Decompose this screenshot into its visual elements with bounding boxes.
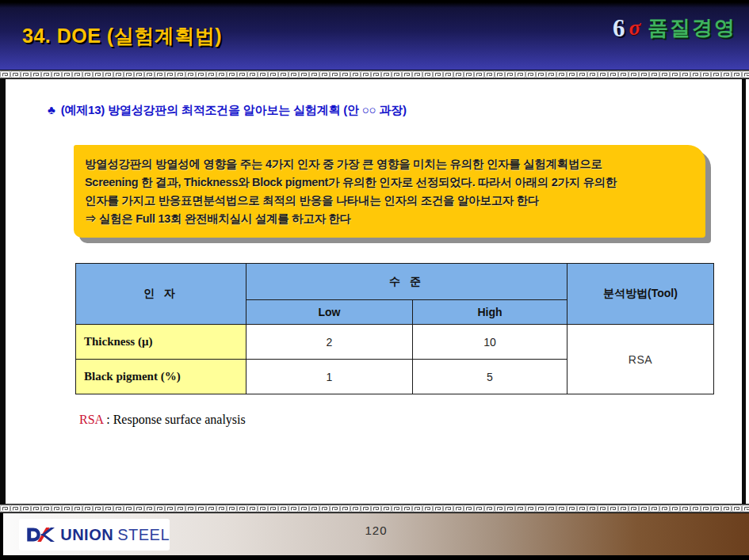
column-header-level: 수 준: [246, 264, 567, 300]
factor-name-black-pigment: Black pigment (%): [76, 360, 246, 394]
thickness-high-value: 10: [413, 325, 567, 360]
callout-line-2: Screening 한 결과, Thickness와 Block pigment…: [85, 173, 697, 192]
table-header-row-1: 인 자 수 준 분석방법(Tool): [76, 264, 714, 300]
factor-name-thickness: Thickness (μ): [76, 325, 246, 360]
right-frame-edge: [742, 79, 746, 504]
left-frame-edge: [0, 79, 6, 504]
tool-value: RSA: [567, 325, 714, 394]
rsa-footnote: RSA : Response surface analysis: [79, 413, 246, 427]
column-header-tool: 분석방법(Tool): [567, 264, 714, 325]
doe-factor-table: 인 자 수 준 분석방법(Tool) Low High Thickness (μ…: [75, 263, 714, 394]
column-header-high: High: [413, 300, 567, 325]
greek-key-border-bottom: [0, 504, 749, 513]
header-bar: 34. DOE (실험계획법) 6σ품질경영: [0, 0, 749, 70]
callout-line-4: ⇒ 실험은 Full 13회 완전배치실시 설계를 하고자 한다: [85, 210, 697, 228]
table-row: Thickness (μ) 2 10 RSA: [76, 325, 714, 360]
example-headline: ♣(예제13) 방열성강판의 최적조건을 알아보는 실험계획 (안 ○○ 과장): [48, 103, 407, 118]
page-number: 120: [3, 524, 749, 537]
sigma-icon: σ: [629, 16, 640, 40]
thickness-low-value: 2: [246, 325, 413, 360]
description-callout: 방열성강판의 방열성에 영향을 주는 4가지 인자 중 가장 큰 영향을 미치는…: [74, 145, 705, 238]
callout-line-1: 방열성강판의 방열성에 영향을 주는 4가지 인자 중 가장 큰 영향을 미치는…: [85, 155, 697, 173]
footer-bar: UNIONSTEEL 120: [0, 513, 749, 560]
example-headline-text: (예제13) 방열성강판의 최적조건을 알아보는 실험계획 (안 ○○ 과장): [61, 103, 407, 116]
column-header-low: Low: [246, 300, 413, 325]
club-bullet-icon: ♣: [48, 103, 55, 116]
rsa-abbreviation: RSA: [79, 413, 103, 426]
callout-line-3: 인자를 가지고 반응표면분석법으로 최적의 반응을 나타내는 인자의 조건을 알…: [85, 192, 697, 210]
quality-management-label: 품질경영: [648, 16, 736, 40]
column-header-factor: 인 자: [76, 264, 246, 325]
six-sigma-logo: 6σ품질경영: [613, 14, 736, 43]
slide-page: 34. DOE (실험계획법) 6σ품질경영 ♣(예제13) 방열성강판의 최적…: [0, 0, 749, 560]
rsa-definition: : Response surface analysis: [103, 413, 246, 426]
page-title: 34. DOE (실험계획법): [22, 23, 222, 49]
pigment-low-value: 1: [246, 360, 413, 394]
pigment-high-value: 5: [413, 360, 567, 394]
six-sigma-number: 6: [613, 14, 625, 42]
greek-key-border-top: [0, 70, 749, 79]
